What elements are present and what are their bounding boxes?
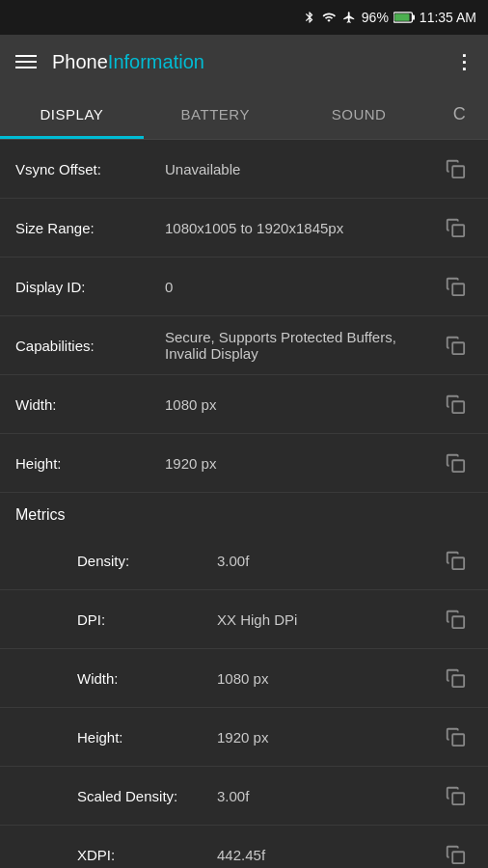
- battery-percent: 96%: [362, 10, 389, 25]
- capabilities-value: Secure, Supports Protected Buffers, Inva…: [165, 329, 438, 362]
- vsync-offset-row: Vsync Offset: Unavailable: [0, 140, 488, 199]
- width-value: 1080 px: [165, 396, 438, 413]
- display-id-label: Display ID:: [15, 279, 165, 295]
- density-label: Density:: [77, 553, 217, 569]
- size-range-row: Size Range: 1080x1005 to 1920x1845px: [0, 199, 488, 258]
- width-row: Width: 1080 px: [0, 375, 488, 434]
- metrics-width-label: Width:: [77, 670, 217, 687]
- scaled-density-label: Scaled Density:: [77, 788, 217, 804]
- tab-battery[interactable]: Battery: [144, 89, 287, 139]
- height-value: 1920 px: [165, 455, 438, 472]
- size-range-copy[interactable]: [438, 210, 473, 245]
- size-range-label: Size Range:: [15, 220, 165, 236]
- bluetooth-icon: [303, 11, 316, 24]
- tabs: Display Battery Sound C: [0, 89, 488, 140]
- copy-icon: [445, 667, 466, 689]
- svg-rect-12: [452, 734, 464, 746]
- metrics-width-copy[interactable]: [438, 661, 473, 695]
- tab-more[interactable]: C: [430, 89, 488, 139]
- app-title-info: Information: [108, 51, 204, 72]
- svg-rect-11: [452, 675, 464, 687]
- scaled-density-value: 3.00f: [217, 788, 438, 804]
- svg-rect-14: [452, 852, 464, 863]
- height-label: Height:: [15, 455, 165, 472]
- capabilities-copy[interactable]: [438, 328, 473, 363]
- metrics-header: Metrics: [0, 493, 488, 531]
- width-label: Width:: [15, 396, 165, 413]
- more-button[interactable]: ⋮: [454, 50, 473, 73]
- metrics-height-value: 1920 px: [217, 729, 438, 746]
- svg-rect-1: [394, 14, 409, 21]
- copy-icon: [445, 609, 466, 630]
- svg-rect-4: [452, 225, 464, 236]
- capabilities-row: Capabilities: Secure, Supports Protected…: [0, 316, 488, 375]
- svg-rect-8: [452, 460, 464, 472]
- tab-display[interactable]: Display: [0, 89, 144, 139]
- copy-icon: [445, 452, 466, 474]
- copy-icon: [445, 335, 466, 356]
- copy-icon: [445, 158, 466, 179]
- metrics-width-row: Width: 1080 px: [0, 649, 488, 708]
- density-value: 3.00f: [217, 553, 438, 569]
- wifi-icon: [321, 11, 337, 24]
- scaled-density-row: Scaled Density: 3.00f: [0, 767, 488, 826]
- dpi-label: DPI:: [77, 611, 217, 628]
- size-range-value: 1080x1005 to 1920x1845px: [165, 220, 438, 236]
- hamburger-button[interactable]: [15, 55, 37, 68]
- height-copy[interactable]: [438, 446, 473, 480]
- copy-icon: [445, 844, 466, 865]
- display-id-copy[interactable]: [438, 269, 473, 304]
- dpi-row: DPI: XX High DPi: [0, 590, 488, 649]
- metrics-width-value: 1080 px: [217, 670, 438, 687]
- display-id-value: 0: [165, 279, 438, 295]
- density-copy[interactable]: [438, 543, 473, 578]
- metrics-height-label: Height:: [77, 729, 217, 746]
- display-id-row: Display ID: 0: [0, 258, 488, 316]
- svg-rect-6: [452, 342, 464, 354]
- svg-rect-10: [452, 616, 464, 628]
- svg-rect-13: [452, 793, 464, 804]
- dpi-copy[interactable]: [438, 602, 473, 637]
- copy-icon: [445, 276, 466, 297]
- svg-rect-2: [412, 14, 415, 19]
- metrics-height-copy[interactable]: [438, 719, 473, 754]
- svg-rect-9: [452, 557, 464, 569]
- copy-icon: [445, 785, 466, 806]
- airplane-icon: [341, 11, 357, 24]
- dpi-value: XX High DPi: [217, 611, 438, 628]
- battery-icon: [393, 11, 415, 24]
- xdpi-label: XDPI:: [77, 847, 217, 863]
- status-bar: 96% 11:35 AM: [0, 0, 488, 35]
- vsync-offset-value: Unavailable: [165, 161, 438, 177]
- copy-icon: [445, 726, 466, 747]
- tab-sound[interactable]: Sound: [287, 89, 431, 139]
- copy-icon: [445, 217, 466, 238]
- scaled-density-copy[interactable]: [438, 778, 473, 813]
- density-row: Density: 3.00f: [0, 531, 488, 590]
- svg-rect-3: [452, 166, 464, 177]
- clock: 11:35 AM: [420, 10, 476, 25]
- app-title: PhoneInformation: [52, 51, 439, 73]
- xdpi-value: 442.45f: [217, 847, 438, 863]
- vsync-offset-label: Vsync Offset:: [15, 161, 165, 177]
- svg-rect-5: [452, 284, 464, 295]
- height-row: Height: 1920 px: [0, 434, 488, 493]
- app-title-phone: Phone: [52, 51, 108, 72]
- metrics-height-row: Height: 1920 px: [0, 708, 488, 767]
- xdpi-copy[interactable]: [438, 837, 473, 868]
- toolbar: PhoneInformation ⋮: [0, 35, 488, 89]
- capabilities-label: Capabilities:: [15, 338, 165, 354]
- xdpi-row: XDPI: 442.45f: [0, 826, 488, 868]
- copy-icon: [445, 550, 466, 571]
- svg-rect-7: [452, 401, 464, 413]
- display-content: Vsync Offset: Unavailable Size Range: 10…: [0, 140, 488, 868]
- vsync-offset-copy[interactable]: [438, 151, 473, 186]
- width-copy[interactable]: [438, 387, 473, 421]
- status-icons: 96% 11:35 AM: [303, 10, 476, 25]
- copy-icon: [445, 393, 466, 415]
